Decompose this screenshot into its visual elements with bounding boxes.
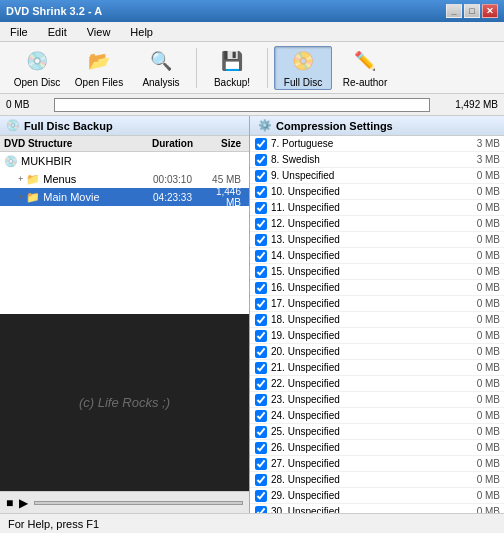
comp-label-24: 24. Unspecified (271, 410, 470, 421)
comp-label-19: 19. Unspecified (271, 330, 470, 341)
comp-row-25: 25. Unspecified0 MB (250, 424, 504, 440)
backup-button[interactable]: 💾 Backup! (203, 46, 261, 90)
comp-label-7: 7. Portuguese (271, 138, 470, 149)
progress-bar (54, 98, 430, 112)
comp-check-25[interactable] (254, 426, 268, 438)
right-panel-title-text: Compression Settings (276, 120, 393, 132)
comp-size-30: 0 MB (470, 506, 500, 513)
left-panel-title: 💿 Full Disc Backup (0, 116, 249, 136)
col-size-header: Size (200, 138, 245, 149)
tree-item-icon-disc: 💿 (4, 155, 18, 168)
comp-label-22: 22. Unspecified (271, 378, 470, 389)
toolbar-divider-2 (267, 48, 268, 88)
close-button[interactable]: ✕ (482, 4, 498, 18)
comp-label-29: 29. Unspecified (271, 490, 470, 501)
comp-label-8: 8. Swedish (271, 154, 470, 165)
compression-list: 7. Portuguese3 MB8. Swedish3 MB9. Unspec… (250, 136, 504, 513)
menu-bar: File Edit View Help (0, 22, 504, 42)
toolbar-divider-1 (196, 48, 197, 88)
comp-label-20: 20. Unspecified (271, 346, 470, 357)
comp-check-19[interactable] (254, 330, 268, 342)
menu-file[interactable]: File (4, 24, 34, 40)
comp-check-8[interactable] (254, 154, 268, 166)
menu-edit[interactable]: Edit (42, 24, 73, 40)
play-button[interactable]: ▶ (19, 496, 28, 510)
comp-row-15: 15. Unspecified0 MB (250, 264, 504, 280)
comp-row-28: 28. Unspecified0 MB (250, 472, 504, 488)
menu-help[interactable]: Help (124, 24, 159, 40)
comp-row-29: 29. Unspecified0 MB (250, 488, 504, 504)
comp-label-28: 28. Unspecified (271, 474, 470, 485)
open-files-button[interactable]: 📂 Open Files (70, 46, 128, 90)
comp-check-24[interactable] (254, 410, 268, 422)
comp-size-19: 0 MB (470, 330, 500, 341)
comp-check-16[interactable] (254, 282, 268, 294)
right-panel-title: ⚙️ Compression Settings (250, 116, 504, 136)
comp-size-20: 0 MB (470, 346, 500, 357)
comp-label-27: 27. Unspecified (271, 458, 470, 469)
comp-check-13[interactable] (254, 234, 268, 246)
progress-area: 0 MB 1,492 MB (0, 94, 504, 116)
comp-size-22: 0 MB (470, 378, 500, 389)
expand-icon-main-movie[interactable]: + (18, 192, 23, 202)
analysis-label: Analysis (142, 77, 179, 88)
comp-check-15[interactable] (254, 266, 268, 278)
comp-size-13: 0 MB (470, 234, 500, 245)
comp-check-26[interactable] (254, 442, 268, 454)
comp-check-29[interactable] (254, 490, 268, 502)
analysis-button[interactable]: 🔍 Analysis (132, 46, 190, 90)
right-panel: ⚙️ Compression Settings 7. Portuguese3 M… (250, 116, 504, 513)
comp-size-25: 0 MB (470, 426, 500, 437)
app-title: DVD Shrink 3.2 - A (6, 5, 102, 17)
comp-size-28: 0 MB (470, 474, 500, 485)
comp-check-12[interactable] (254, 218, 268, 230)
comp-size-9: 0 MB (470, 170, 500, 181)
open-disc-label: Open Disc (14, 77, 61, 88)
comp-row-23: 23. Unspecified0 MB (250, 392, 504, 408)
comp-size-14: 0 MB (470, 250, 500, 261)
comp-label-23: 23. Unspecified (271, 394, 470, 405)
minimize-button[interactable]: _ (446, 4, 462, 18)
expand-icon-menus[interactable]: + (18, 174, 23, 184)
comp-label-30: 30. Unspecified (271, 506, 470, 513)
comp-row-9: 9. Unspecified0 MB (250, 168, 504, 184)
comp-check-28[interactable] (254, 474, 268, 486)
backup-label: Backup! (214, 77, 250, 88)
re-author-button[interactable]: ✏️ Re-author (336, 46, 394, 90)
comp-check-10[interactable] (254, 186, 268, 198)
comp-check-17[interactable] (254, 298, 268, 310)
tree-row-main-movie[interactable]: +📁Main Movie04:23:331,446 MB (0, 188, 249, 206)
full-disc-button[interactable]: 📀 Full Disc (274, 46, 332, 90)
comp-row-19: 19. Unspecified0 MB (250, 328, 504, 344)
col-name-header: DVD Structure (4, 138, 145, 149)
comp-size-11: 0 MB (470, 202, 500, 213)
comp-label-12: 12. Unspecified (271, 218, 470, 229)
toolbar: 💿 Open Disc 📂 Open Files 🔍 Analysis 💾 Ba… (0, 42, 504, 94)
comp-label-26: 26. Unspecified (271, 442, 470, 453)
comp-check-20[interactable] (254, 346, 268, 358)
backup-icon: 💾 (218, 47, 246, 75)
comp-check-14[interactable] (254, 250, 268, 262)
tree-rows-container: 💿MUKHBIR+📁Menus00:03:1045 MB+📁Main Movie… (0, 152, 249, 206)
comp-check-27[interactable] (254, 458, 268, 470)
comp-check-18[interactable] (254, 314, 268, 326)
comp-check-23[interactable] (254, 394, 268, 406)
comp-check-22[interactable] (254, 378, 268, 390)
comp-check-21[interactable] (254, 362, 268, 374)
open-disc-button[interactable]: 💿 Open Disc (8, 46, 66, 90)
maximize-button[interactable]: □ (464, 4, 480, 18)
menu-view[interactable]: View (81, 24, 117, 40)
full-disc-label: Full Disc (284, 77, 322, 88)
comp-check-30[interactable] (254, 506, 268, 514)
tree-row-disc[interactable]: 💿MUKHBIR (0, 152, 249, 170)
comp-size-23: 0 MB (470, 394, 500, 405)
comp-check-7[interactable] (254, 138, 268, 150)
comp-label-10: 10. Unspecified (271, 186, 470, 197)
video-slider[interactable] (34, 501, 243, 505)
comp-size-18: 0 MB (470, 314, 500, 325)
stop-button[interactable]: ■ (6, 496, 13, 510)
comp-check-11[interactable] (254, 202, 268, 214)
dvd-tree: DVD Structure Duration Size 💿MUKHBIR+📁Me… (0, 136, 249, 314)
comp-check-9[interactable] (254, 170, 268, 182)
tree-item-size-main-movie: 1,446 MB (200, 186, 245, 208)
